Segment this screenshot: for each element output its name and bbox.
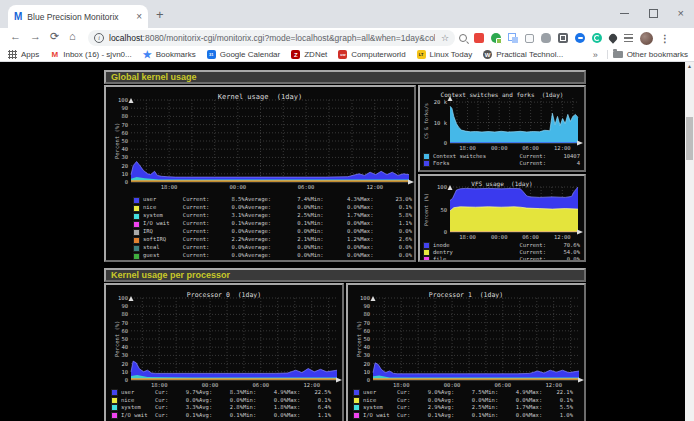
legend-series-name: user	[121, 390, 155, 396]
url-bar[interactable]: i localhost:8080/monitorix-cgi/monitorix…	[88, 30, 455, 46]
copy-icon[interactable]	[508, 33, 518, 43]
legend-swatch	[134, 238, 139, 243]
reload-icon[interactable]: ⟳	[50, 30, 59, 43]
context-switches-chart[interactable]: Context switches and forks (1day) CS & f…	[418, 85, 586, 172]
svg-text:0: 0	[125, 179, 128, 185]
scrollbar-thumb[interactable]	[686, 117, 693, 160]
legend-stat-value: 1.0%	[549, 413, 573, 419]
legend-row: dentryCurrent:54.0%	[424, 249, 580, 256]
legend-stat-value: 4.9%	[505, 390, 529, 396]
page-scrollbar[interactable]: ▲	[685, 62, 694, 421]
legend-stat-label: Min:	[310, 213, 334, 219]
legend-stat-label: Min:	[310, 205, 334, 211]
chart-title: Context switches and forks (1day)	[420, 91, 584, 98]
search-icon[interactable]	[459, 34, 467, 42]
minimize-window-icon[interactable]	[620, 13, 629, 14]
playlist-icon[interactable]	[624, 34, 633, 42]
forward-icon[interactable]: →	[30, 30, 41, 42]
apps-grid-icon	[8, 50, 17, 59]
legend-stat-value: 0.0%	[505, 398, 529, 404]
svg-text:80: 80	[121, 311, 128, 317]
other-bookmarks-button[interactable]: Other bookmarks	[613, 50, 688, 59]
legend-stat-label: Max:	[360, 213, 384, 219]
processor-1-chart[interactable]: Processor 1 (1day) Percent (%) 100908070…	[346, 283, 586, 421]
tab-close-icon[interactable]: ×	[136, 11, 142, 22]
messenger-icon[interactable]	[575, 33, 585, 43]
svg-text:30: 30	[363, 352, 370, 358]
bookmark-item[interactable]: WPractical Technol...	[483, 50, 563, 59]
legend-stat-label: Average:	[245, 197, 285, 203]
bookmark-item[interactable]: ZZDNet	[291, 50, 327, 59]
x-tick-label: 18:00	[389, 382, 413, 388]
home-icon[interactable]: ⌂	[69, 30, 76, 42]
menu-icon[interactable]: ⋮	[660, 33, 670, 43]
page-info-icon[interactable]: i	[94, 33, 104, 43]
legend-row: inodeCurrent:70.6%	[424, 242, 580, 249]
pin-icon[interactable]	[607, 32, 618, 43]
gmail-icon: M	[50, 50, 59, 59]
legend-row: niceCur:0.0%Avg:0.0%Min:0.0%Max:0.1%	[112, 397, 340, 405]
legend-stat-value: 2.5%	[461, 405, 485, 411]
legend-stat-value: 0.1%	[461, 413, 485, 419]
legend-stat-value: 2.8%	[219, 405, 243, 411]
url-host: localhost	[109, 33, 143, 43]
legend-series-name: IRQ	[143, 229, 183, 235]
bookmark-item[interactable]: LTLinux Today	[417, 50, 473, 59]
legend-stat-value: 7.5%	[461, 390, 485, 396]
bookmark-item[interactable]: ★Bookmarks	[143, 50, 196, 59]
bookmark-label: Computerworld	[351, 50, 405, 59]
svg-text:20: 20	[363, 361, 370, 367]
gmail-icon[interactable]	[474, 33, 484, 43]
back-icon[interactable]: ←	[10, 30, 21, 42]
legend-stat-label: Avg:	[441, 390, 461, 396]
legend-swatch	[354, 398, 359, 403]
legend-swatch	[424, 243, 429, 248]
x-axis-ticks: 18:0000:0006:0012:00	[373, 382, 579, 389]
legend-swatch	[112, 398, 117, 403]
maximize-window-icon[interactable]	[649, 9, 658, 18]
legend-series-name: nice	[363, 398, 397, 404]
frame-icon[interactable]	[525, 34, 534, 43]
scrollbar-up-icon[interactable]: ▲	[685, 63, 694, 69]
bookmark-star-icon[interactable]: ☆	[441, 33, 449, 43]
shapes-icon[interactable]	[541, 33, 551, 43]
legend-series-name: steal	[143, 245, 183, 251]
legend-stat-value: 54.0%	[546, 250, 580, 256]
legend-series-name: system	[143, 213, 183, 219]
legend-row: guestCurrent:0.0%Average:0.0%Min:0.0%Max…	[134, 252, 412, 260]
legend-stat-value: 1.2%	[334, 237, 360, 243]
avatar-icon[interactable]	[640, 32, 653, 45]
screenshot-icon[interactable]	[558, 33, 568, 43]
browser-navbar: ← → ⟳ ⌂ i localhost:8080/monitorix-cgi/m…	[0, 28, 694, 48]
apps-button[interactable]: Apps	[21, 50, 39, 59]
processor-0-chart[interactable]: Processor 0 (1day) Percent (%) 100908070…	[104, 283, 344, 421]
legend-stat-label: Min:	[310, 253, 334, 259]
bookmark-item[interactable]: MInbox (16) - sjvn0...	[50, 50, 131, 59]
svg-text:20: 20	[121, 361, 128, 367]
legend-row: I/O waitCur:0.1%Avg:0.1%Min:0.0%Max:1.1%	[112, 412, 340, 420]
context-switches-legend: Context switchesCurrent:10407ForksCurren…	[424, 153, 580, 167]
browser-tab[interactable]: M Blue Precision Monitorix ×	[8, 5, 148, 28]
legend-stat-label: Average:	[245, 213, 285, 219]
legend-stat-label: Min:	[310, 245, 334, 251]
new-tab-button[interactable]: +	[156, 7, 164, 22]
kernel-usage-chart[interactable]: Kernel usage (1day) Percent (%) 10090807…	[104, 85, 416, 262]
vfs-usage-chart[interactable]: VFS usage (1day) Percent (%) 100500 18:0…	[418, 174, 586, 262]
grammarly-icon[interactable]	[592, 33, 602, 43]
legend-stat-value: 0.0%	[284, 229, 310, 235]
processor-0-legend: userCur:9.7%Avg:8.3%Min:4.9%Max:22.5%nic…	[112, 389, 340, 419]
legend-stat-label: Current:	[183, 229, 219, 235]
y-axis-label: Percent (%)	[423, 187, 429, 232]
bookmark-item[interactable]: cwComputerworld	[338, 50, 405, 59]
legend-stat-label: Min:	[485, 390, 505, 396]
legend-stat-label: Cur:	[397, 405, 417, 411]
bookmarks-overflow-icon[interactable]: »	[593, 50, 598, 60]
legend-row: I/O waitCurrent:0.1%Average:0.1%Min:0.0%…	[134, 220, 412, 228]
legend-stat-label: Avg:	[441, 413, 461, 419]
legend-stat-label: Min:	[310, 237, 334, 243]
close-window-icon[interactable]: ×	[678, 8, 684, 19]
svg-text:20 k: 20 k	[434, 99, 448, 105]
bookmark-item[interactable]: 31Google Calendar	[207, 50, 280, 59]
globe-icon[interactable]	[491, 33, 501, 43]
legend-stat-value: 0.0%	[219, 229, 245, 235]
